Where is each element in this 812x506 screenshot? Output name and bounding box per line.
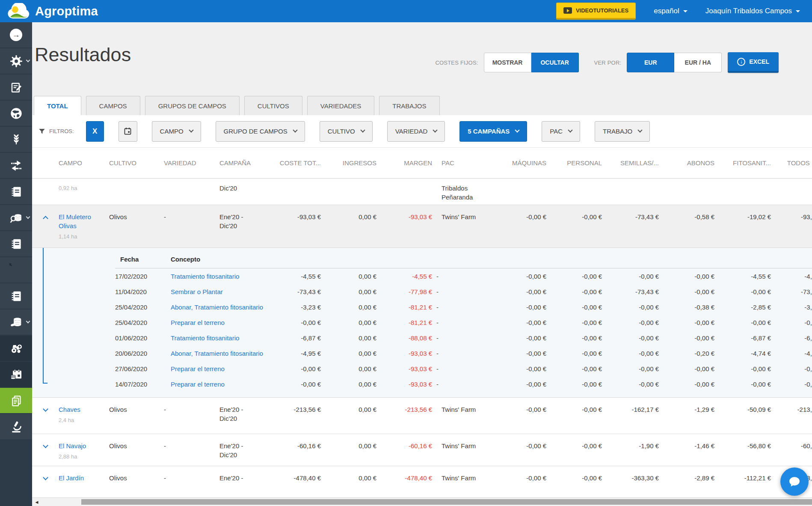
scrollbar-thumb[interactable] [81,499,812,505]
col-semillas: SEMILLAS/... [606,159,663,167]
scroll-left-button[interactable]: ◀ [32,498,41,506]
date-filter-button[interactable] [119,121,137,142]
download-icon: ↓ [737,58,745,66]
detail-concepto-link[interactable]: Abonar, Tratamiento fitosanitario [171,304,263,311]
margen-cell: -93,03 € [381,205,436,247]
abonos-cell: -0,20 € [663,350,719,357]
table-row[interactable]: El Muletero Olivas 1,14 ha Olivos - Ene'… [32,205,812,248]
campaign-line: Dic'20 [219,221,269,230]
ingresos-cell: 0,00 € [325,350,381,357]
semillas-cell: -162,17 € [606,398,663,434]
col-fitosanitarios: FITOSANIT... [719,159,775,167]
ocultar-button[interactable]: OCULTAR [531,53,579,72]
campaign-line: Dic'20 [219,450,269,459]
detail-concepto-link[interactable]: Tratamiento fitosanitario [171,334,239,342]
chevron-down-icon [26,58,30,62]
sidebar-item-calendar-costs[interactable] [0,362,32,387]
ingresos-cell: 0,00 € [325,288,381,295]
fitosanitarios-cell: -56,80 € [719,434,775,466]
chat-icon [788,475,801,488]
detail-row: 14/07/2020 Preparar el terreno -0,00 € 0… [32,376,812,392]
clear-filters-button[interactable]: X [86,121,104,142]
sidebar-item-crops[interactable] [0,127,32,152]
coste-total-cell: -478,40 € [269,466,325,497]
coste-total-cell: -60,16 € [269,434,325,466]
todos-cell: -213,56 € [775,398,812,434]
tab-grupos-de-campos[interactable]: GRUPOS DE CAMPOS [145,96,240,115]
todos-cell: -0,00 € [775,381,812,388]
filter-grupo-de-campos-dropdown[interactable]: GRUPO DE CAMPOS [216,121,305,142]
sidebar-item-finance[interactable] [0,310,32,335]
col-personal: PERSONAL [551,159,606,167]
campo-link[interactable]: Chaves [59,406,80,413]
language-menu[interactable]: español [654,7,688,15]
maquinas-cell: -0,00 € [503,205,551,247]
sidebar-item-fieldbook[interactable] [0,179,32,204]
col-variedad: VARIEDAD [159,159,214,167]
detail-concepto-link[interactable]: Abonar, Tratamiento fitosanitario [171,350,263,357]
campo-link[interactable]: El Navajo [59,442,86,449]
table-row-partial[interactable]: 0,92 ha Dic'20 Tribaldos Peñaranda [32,179,812,205]
tab-trabajos[interactable]: TRABAJOS [379,96,439,115]
sidebar-item-notes[interactable] [0,74,32,100]
filter-campanas-dropdown[interactable]: 5 CAMPAÑAS [459,121,527,142]
row-expand-toggle[interactable] [32,205,53,247]
tab-total[interactable]: TOTAL [34,96,81,115]
page-title: Resultados [35,44,131,66]
campo-link[interactable]: El Muletero Olivas [59,213,91,229]
eur-ha-button[interactable]: EUR / HA [674,53,722,72]
sidebar-item-notebook-2[interactable] [0,231,32,256]
sidebar-item-analysis[interactable] [0,414,32,439]
filter-pac-dropdown[interactable]: PAC [542,121,580,142]
row-expand-toggle[interactable] [32,398,53,434]
personal-cell: -0,00 € [551,319,606,326]
filter-trabajo-dropdown[interactable]: TRABAJO [595,121,650,142]
notebook-icon [10,290,23,303]
ver-por-toggle: EUR EUR / HA [627,53,722,72]
filter-variedad-dropdown[interactable]: VARIEDAD [387,121,445,142]
chevron-down-icon [293,128,297,132]
detail-concepto-link[interactable]: Preparar el terreno [171,381,225,388]
tab-variedades[interactable]: VARIEDADES [307,96,375,115]
chat-bubble-button[interactable] [780,467,809,496]
todos-cell: -6,87 € [775,334,812,342]
detail-concepto-link[interactable]: Preparar el terreno [171,365,225,372]
ingresos-cell: 0,00 € [325,334,381,342]
table-row[interactable]: El Navajo 2,88 ha Olivos - Ene'20 - Dic'… [32,434,812,466]
todos-cell: -73,43 € [775,288,812,295]
sidebar-item-cost-analysis[interactable] [0,205,32,230]
detail-concepto-link[interactable]: Tratamiento fitosanitario [171,273,239,280]
mostrar-button[interactable]: MOSTRAR [484,53,531,72]
sidebar-item-misc[interactable] [0,257,32,283]
sidebar-item-settings[interactable] [0,48,32,74]
sidebar-item-collapse[interactable]: → [0,22,32,48]
row-expand-toggle[interactable] [32,434,53,466]
filter-campo-dropdown[interactable]: CAMPO [152,121,201,142]
expanded-detail-section: Fecha Concepto 17/02/2020 Tratamiento fi… [32,248,812,398]
table-row[interactable]: Chaves 2,4 ha Olivos - Ene'20 - Dic'20 -… [32,398,812,434]
sidebar-item-machinery-add[interactable] [0,336,32,361]
detail-concepto-link[interactable]: Sembrar o Plantar [171,288,223,295]
tab-cultivos[interactable]: CULTIVOS [244,96,302,115]
reports-icon [10,394,23,407]
campo-link[interactable]: El Jardín [59,474,84,482]
brand-logo[interactable]: Agroptima [0,3,98,19]
table-rows: 0,92 ha Dic'20 Tribaldos Peñaranda El Mu… [32,179,812,497]
sidebar-item-notebook-3[interactable] [0,283,32,309]
sidebar-item-results-active[interactable] [0,388,32,413]
filter-cultivo-dropdown[interactable]: CULTIVO [320,121,373,142]
play-icon [563,7,572,14]
excel-export-button[interactable]: ↓ EXCEL [728,52,779,73]
videotutorials-button[interactable]: VIDEOTUTORIALES [556,3,636,20]
maquinas-cell: -0,00 € [503,466,551,497]
user-menu[interactable]: Joaquín Tribaldos Campos [705,7,800,15]
sidebar-item-movements[interactable] [0,153,32,178]
row-expand-toggle[interactable] [32,466,53,497]
col-todos: TODOS LOS [775,159,812,167]
detail-concepto-link[interactable]: Preparar el terreno [171,319,225,326]
eur-button[interactable]: EUR [627,53,674,72]
tab-campos[interactable]: CAMPOS [86,96,140,115]
table-row[interactable]: El Jardín Olivos - Ene'20 - -478,40 € 0,… [32,466,812,497]
sidebar-item-map[interactable] [0,101,32,126]
personal-cell: -0,00 € [551,273,606,280]
